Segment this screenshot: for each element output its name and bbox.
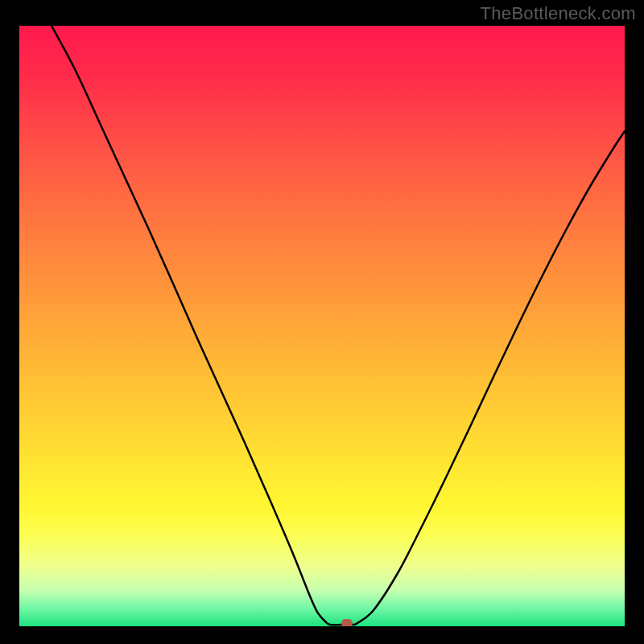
watermark-text: TheBottleneck.com xyxy=(481,3,636,24)
chart-frame: TheBottleneck.com xyxy=(0,0,644,644)
bottleneck-curve xyxy=(19,26,625,626)
plot-area xyxy=(19,26,625,626)
optimal-point-marker xyxy=(341,619,353,626)
